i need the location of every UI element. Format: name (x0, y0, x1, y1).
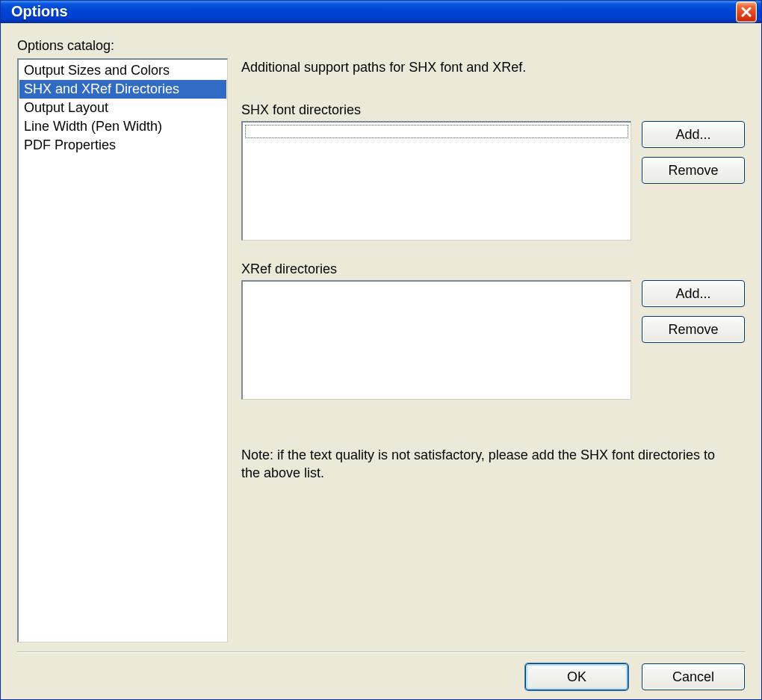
dialog-button-row: OK Cancel (17, 663, 745, 690)
options-catalog-item[interactable]: Output Layout (19, 99, 226, 117)
shx-directories-list[interactable] (241, 121, 631, 241)
options-catalog-list[interactable]: Output Sizes and ColorsSHX and XRef Dire… (17, 58, 228, 642)
shx-list-focus-rect (245, 125, 628, 138)
xref-remove-button[interactable]: Remove (642, 316, 745, 343)
note-text: Note: if the text quality is not satisfa… (241, 446, 719, 483)
close-icon (740, 6, 752, 18)
options-catalog-item[interactable]: SHX and XRef Directories (19, 80, 226, 99)
xref-section-label: XRef directories (241, 261, 745, 277)
window-close-button[interactable] (736, 1, 757, 22)
main-row: Output Sizes and ColorsSHX and XRef Dire… (17, 58, 745, 642)
shx-button-column: Add... Remove (642, 121, 745, 184)
window-title: Options (11, 3, 736, 20)
right-pane: Additional support paths for SHX font an… (241, 58, 745, 642)
shx-remove-button[interactable]: Remove (642, 157, 745, 184)
shx-add-button[interactable]: Add... (642, 121, 745, 148)
titlebar: Options (1, 1, 761, 23)
xref-directories-list[interactable] (241, 280, 631, 400)
options-catalog-item[interactable]: Output Sizes and Colors (19, 61, 226, 80)
options-catalog-item[interactable]: Line Width (Pen Width) (19, 117, 226, 136)
cancel-button[interactable]: Cancel (642, 663, 745, 690)
options-catalog-label: Options catalog: (17, 38, 745, 54)
xref-button-column: Add... Remove (642, 280, 745, 343)
shx-row: Add... Remove (241, 121, 745, 241)
ok-button[interactable]: OK (525, 663, 628, 690)
separator (17, 651, 745, 653)
xref-add-button[interactable]: Add... (642, 280, 745, 307)
options-catalog-item[interactable]: PDF Properties (19, 136, 226, 155)
page-description: Additional support paths for SHX font an… (241, 60, 745, 75)
options-dialog: Options Options catalog: Output Sizes an… (0, 0, 762, 700)
shx-section-label: SHX font directories (241, 102, 745, 118)
xref-row: Add... Remove (241, 280, 745, 400)
client-area: Options catalog: Output Sizes and Colors… (1, 23, 761, 699)
